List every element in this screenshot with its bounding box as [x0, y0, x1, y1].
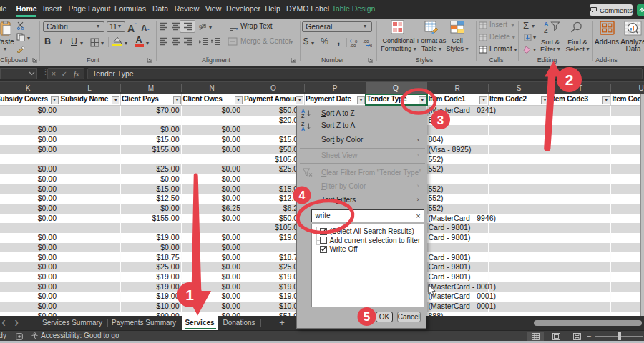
svg-text:5: 5 — [364, 310, 370, 324]
svg-text:3: 3 — [437, 114, 444, 127]
svg-text:4: 4 — [299, 189, 306, 202]
svg-text:2: 2 — [565, 71, 574, 88]
svg-text:1: 1 — [185, 287, 194, 303]
